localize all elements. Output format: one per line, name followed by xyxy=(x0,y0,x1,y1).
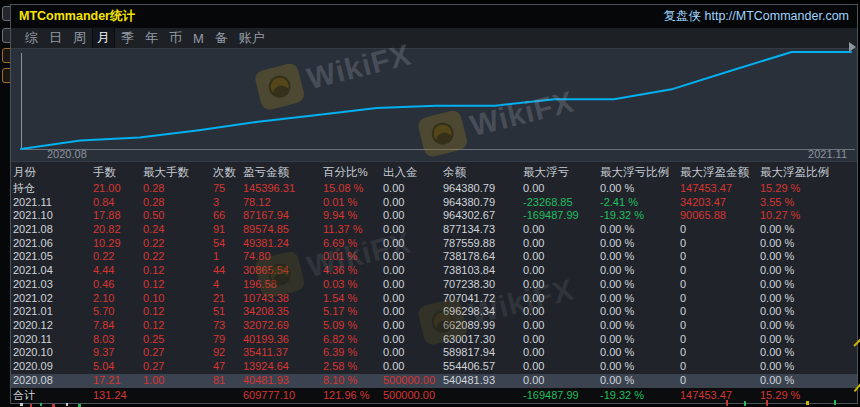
table-cell: 10.29 xyxy=(93,237,143,251)
table-cell: 964302.67 xyxy=(443,209,523,223)
table-cell: 0.00 % xyxy=(600,292,680,306)
column-header[interactable]: 最大浮亏比例 xyxy=(600,165,680,180)
menu-item-7[interactable]: 币 xyxy=(165,28,186,48)
table-cell: 0.28 xyxy=(143,196,213,210)
table-cell: 2021.04 xyxy=(13,264,93,278)
table-cell: 964380.79 xyxy=(443,196,523,210)
column-header[interactable]: 盈亏金额 xyxy=(243,165,323,180)
table-cell: 0.00 xyxy=(383,250,443,264)
menu-item-10[interactable]: 账户 xyxy=(235,28,269,48)
table-row[interactable]: 持仓21.000.2875145396.3115.08 %0.00964380.… xyxy=(11,182,857,196)
column-header[interactable]: 最大浮亏 xyxy=(523,165,600,180)
table-row[interactable]: 2021.015.700.125134208.355.17 %0.0069629… xyxy=(11,305,857,319)
menu-item-6[interactable]: 年 xyxy=(141,28,162,48)
table-cell: 8.03 xyxy=(93,333,143,347)
table-cell: 2021.08 xyxy=(13,223,93,237)
table-cell: 609777.10 xyxy=(243,388,323,403)
table-row[interactable]: 2021.110.840.28378.120.01 %0.00964380.79… xyxy=(11,196,857,210)
table-cell: 0.00 % xyxy=(600,333,680,347)
table-cell xyxy=(143,388,213,403)
menu-item-4[interactable]: 月 xyxy=(93,28,114,48)
table-cell: 0.12 xyxy=(143,319,213,333)
table-cell: 0.00 xyxy=(523,278,600,292)
table-row[interactable]: 2021.044.440.124430865.544.36 %0.0073810… xyxy=(11,264,857,278)
table-cell: 90065.88 xyxy=(680,209,760,223)
column-header[interactable]: 手数 xyxy=(93,165,143,180)
table-row[interactable]: 2021.0610.290.225449381.246.69 %0.007875… xyxy=(11,237,857,251)
table-cell: 0.00 % xyxy=(760,374,857,387)
column-header[interactable]: 最大浮盈比例 xyxy=(760,165,857,180)
table-cell: 0.00 % xyxy=(760,250,857,264)
table-cell: 500000.00 xyxy=(383,374,443,387)
table-cell: -19.32 % xyxy=(600,209,680,223)
table-row[interactable]: 2020.095.040.274713924.642.58 %0.0055440… xyxy=(11,360,857,374)
table-cell: 0.00 % xyxy=(760,292,857,306)
table-cell: 2021.11 xyxy=(13,196,93,210)
title-bar[interactable]: MTCommander统计 复盘侠 http://MTCommander.com xyxy=(11,5,857,28)
column-header[interactable]: 百分比% xyxy=(323,165,383,180)
table-cell: 0 xyxy=(680,305,760,319)
table-cell: 17.21 xyxy=(93,374,143,387)
menu-item-3[interactable]: 周 xyxy=(69,28,90,48)
table-row[interactable]: 2021.050.220.22174.800.01 %0.00738178.64… xyxy=(11,250,857,264)
column-header[interactable]: 余额 xyxy=(443,165,523,180)
background-window-artifact xyxy=(40,403,42,406)
table-cell: 0.00 % xyxy=(760,319,857,333)
table-cell: 2.58 % xyxy=(323,360,383,374)
menu-item-5[interactable]: 季 xyxy=(117,28,138,48)
table-cell: 21 xyxy=(213,292,243,306)
column-header[interactable]: 最大手数 xyxy=(143,165,213,180)
stats-table-body: 持仓21.000.2875145396.3115.08 %0.00964380.… xyxy=(11,182,857,387)
table-cell: 0 xyxy=(680,360,760,374)
table-cell: 696298.34 xyxy=(443,305,523,319)
column-header[interactable]: 次数 xyxy=(213,165,243,180)
table-row[interactable]: 2020.0817.211.008140481.938.10 %500000.0… xyxy=(11,374,857,387)
background-window-artifact xyxy=(834,400,836,405)
brand-link[interactable]: 复盘侠 http://MTCommander.com xyxy=(664,8,849,25)
table-row[interactable]: 2020.109.370.279235411.376.39 %0.0058981… xyxy=(11,346,857,360)
table-cell: 0.00 xyxy=(523,374,600,387)
table-header-row: 月份手数最大手数次数盈亏金额百分比%出入金余额最大浮亏最大浮亏比例最大浮盈金额最… xyxy=(11,162,857,182)
table-cell: 2021.01 xyxy=(13,305,93,319)
table-cell: 0.00 xyxy=(383,182,443,196)
table-cell: 0.00 % xyxy=(760,278,857,292)
table-cell: 40481.93 xyxy=(243,374,323,387)
table-cell: 0.50 xyxy=(143,209,213,223)
table-cell: 51 xyxy=(213,305,243,319)
table-cell: 0.10 xyxy=(143,292,213,306)
table-cell: 1.54 % xyxy=(323,292,383,306)
table-cell: 0.00 xyxy=(383,292,443,306)
table-total-row: 合计131.24609777.10121.96 %500000.00-16948… xyxy=(11,387,857,403)
menu-item-9[interactable]: 备 xyxy=(211,28,232,48)
table-row[interactable]: 2021.030.460.124196.580.03 %0.00707238.3… xyxy=(11,278,857,292)
column-header[interactable]: 出入金 xyxy=(383,165,443,180)
table-cell: 0.00 xyxy=(523,346,600,360)
menu-item-2[interactable]: 日 xyxy=(45,28,66,48)
menu-item-8[interactable]: M xyxy=(189,30,208,47)
table-cell: 0 xyxy=(680,237,760,251)
table-row[interactable]: 2021.022.100.102110743.381.54 %0.0070704… xyxy=(11,292,857,306)
table-row[interactable]: 2020.127.840.127332072.695.09 %0.0066208… xyxy=(11,319,857,333)
table-row[interactable]: 2021.1017.880.506687167.949.94 %0.009643… xyxy=(11,209,857,223)
table-cell: 500000.00 xyxy=(383,388,443,403)
table-cell: 0.00 % xyxy=(600,237,680,251)
menu-item-1[interactable]: 综 xyxy=(21,28,42,48)
table-cell: 2021.06 xyxy=(13,237,93,251)
table-cell: 6.69 % xyxy=(323,237,383,251)
background-window-artifact xyxy=(726,400,728,406)
table-row[interactable]: 2021.0820.820.249189574.8511.37 %0.00877… xyxy=(11,223,857,237)
table-cell: -23268.85 xyxy=(523,196,600,210)
column-header[interactable]: 最大浮盈金额 xyxy=(680,165,760,180)
table-cell: 30865.54 xyxy=(243,264,323,278)
table-cell: 5.17 % xyxy=(323,305,383,319)
table-cell: 0.22 xyxy=(143,237,213,251)
column-header[interactable]: 月份 xyxy=(13,165,93,180)
table-cell: 0.00 % xyxy=(600,374,680,387)
table-cell: 0.00 % xyxy=(760,305,857,319)
table-cell: 0.00 xyxy=(523,237,600,251)
table-row[interactable]: 2020.118.030.257940199.366.82 %0.0063001… xyxy=(11,333,857,347)
table-cell: 8.10 % xyxy=(323,374,383,387)
table-cell: 0 xyxy=(680,319,760,333)
table-cell: -19.32 % xyxy=(600,388,680,403)
table-cell: 35411.37 xyxy=(243,346,323,360)
